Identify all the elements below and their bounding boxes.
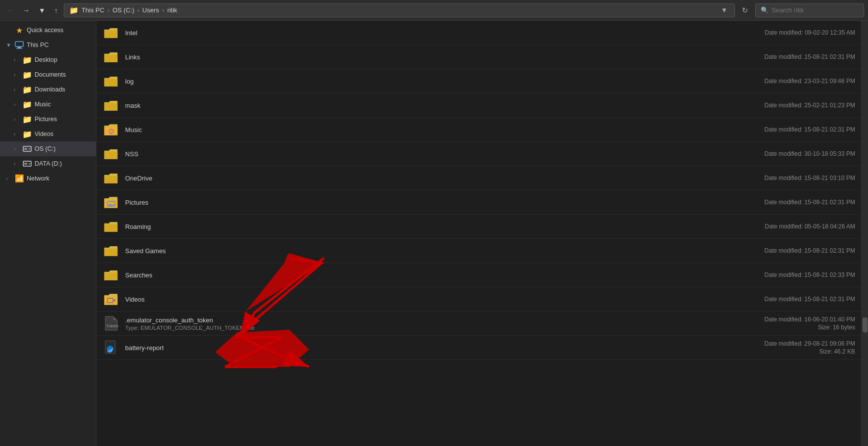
file-icon xyxy=(102,339,120,357)
sidebar-item-downloads[interactable]: › 📁 Downloads xyxy=(0,82,96,97)
file-row[interactable]: battery-report Date modified: 29-08-21 0… xyxy=(96,336,861,360)
chevron-right-icon: › xyxy=(6,176,12,181)
file-row[interactable]: Saved Games Date modified: 15-08-21 02:3… xyxy=(96,239,861,263)
breadcrumb-ritik[interactable]: ritik xyxy=(167,6,177,14)
chevron-right-icon: › xyxy=(14,132,20,137)
breadcrumb-thispc[interactable]: This PC xyxy=(82,6,104,14)
file-size: Size: 16 bytes xyxy=(818,324,855,331)
sidebar-item-label: Documents xyxy=(35,71,66,78)
file-meta: Date modified: 15-08-21 02:31 PM xyxy=(746,199,855,206)
dropdown-button[interactable]: ▼ xyxy=(36,4,48,16)
file-meta: Date modified: 09-02-20 12:35 AM xyxy=(746,29,855,36)
file-icon xyxy=(102,193,120,211)
sidebar-item-label: Pictures xyxy=(35,116,57,123)
file-name: Music xyxy=(125,126,746,134)
sidebar-item-pictures[interactable]: › 📁 Pictures xyxy=(0,112,96,127)
file-row[interactable]: NSS Date modified: 30-10-18 05:33 PM xyxy=(96,142,861,166)
file-name: Saved Games xyxy=(125,247,746,255)
sidebar-item-this-pc[interactable]: ▼ This PC xyxy=(0,38,96,52)
file-meta: Date modified: 05-05-18 04:26 AM xyxy=(746,223,855,230)
breadcrumb-users[interactable]: Users xyxy=(142,6,159,14)
sidebar-item-data-d[interactable]: › DATA (D:) xyxy=(0,156,96,171)
file-meta: Date modified: 25-02-21 01:23 PM xyxy=(746,102,855,109)
file-row[interactable]: TOKEN .emulator_console_auth_token Type:… xyxy=(96,312,861,336)
sidebar: ★ Quick access ▼ This PC › 📁 Desktop › xyxy=(0,21,96,446)
svg-point-8 xyxy=(29,163,30,165)
file-row[interactable]: mask Date modified: 25-02-21 01:23 PM xyxy=(96,93,861,118)
chevron-right-icon: › xyxy=(14,117,20,122)
refresh-button[interactable]: ↻ xyxy=(738,4,752,17)
file-name: Searches xyxy=(125,271,746,279)
file-date: Date modified: 23-03-21 09:46 PM xyxy=(765,78,855,85)
file-name: mask xyxy=(125,102,746,109)
file-icon xyxy=(102,48,120,66)
forward-button[interactable]: → xyxy=(20,4,33,16)
back-button[interactable]: ← xyxy=(4,4,17,16)
sidebar-item-label: Music xyxy=(35,101,51,108)
sidebar-item-quick-access[interactable]: ★ Quick access xyxy=(0,23,96,38)
file-row[interactable]: Intel Date modified: 09-02-20 12:35 AM xyxy=(96,21,861,45)
file-info: Pictures xyxy=(125,199,746,206)
address-dropdown-button[interactable]: ▼ xyxy=(719,5,730,15)
svg-rect-1 xyxy=(17,47,21,48)
file-icon: ♪ xyxy=(102,121,120,138)
svg-rect-4 xyxy=(24,148,27,150)
file-list: Intel Date modified: 09-02-20 12:35 AM L… xyxy=(96,21,861,446)
file-row[interactable]: OneDrive Date modified: 15-08-21 03:10 P… xyxy=(96,166,861,190)
sidebar-item-music[interactable]: › 📁 Music xyxy=(0,97,96,112)
svg-point-5 xyxy=(29,148,30,150)
sidebar-item-os-c[interactable]: › OS (C:) xyxy=(0,141,96,156)
file-row[interactable]: Roaming Date modified: 05-05-18 04:26 AM xyxy=(96,215,861,239)
chevron-right-icon: › xyxy=(14,72,20,78)
file-date: Date modified: 25-02-21 01:23 PM xyxy=(765,102,855,109)
music-folder-icon: 📁 xyxy=(23,100,32,109)
file-name: Videos xyxy=(125,296,746,303)
file-row[interactable]: ♪ Music Date modified: 15-08-21 02:31 PM xyxy=(96,118,861,142)
scrollbar-thumb[interactable] xyxy=(863,317,868,332)
file-size: Size: 46.2 KB xyxy=(819,348,855,355)
file-icon: TOKEN xyxy=(102,314,120,332)
star-icon: ★ xyxy=(15,26,24,35)
file-icon xyxy=(102,96,120,114)
title-bar: ← → ▼ ↑ 📁 This PC › OS (C:) › Users › ri… xyxy=(0,0,868,21)
file-row[interactable]: Searches Date modified: 15-08-21 02:33 P… xyxy=(96,263,861,287)
download-folder-icon: 📁 xyxy=(23,85,32,94)
file-meta: Date modified: 16-06-20 01:40 PMSize: 16… xyxy=(746,316,855,331)
file-name: OneDrive xyxy=(125,175,746,182)
sidebar-item-documents[interactable]: › 📁 Documents xyxy=(0,67,96,82)
file-name: Links xyxy=(125,53,746,61)
file-meta: Date modified: 29-08-21 09:06 PMSize: 46… xyxy=(746,340,855,355)
chevron-right-icon: › xyxy=(14,146,20,152)
file-icon xyxy=(102,218,120,235)
file-name: Roaming xyxy=(125,223,746,230)
chevron-right-icon: › xyxy=(14,161,20,167)
sidebar-item-desktop[interactable]: › 📁 Desktop xyxy=(0,52,96,67)
chevron-down-icon: ▼ xyxy=(6,42,12,48)
file-meta: Date modified: 15-08-21 02:31 PM xyxy=(746,53,855,60)
file-info: Links xyxy=(125,53,746,61)
search-input[interactable] xyxy=(772,6,859,14)
address-bar[interactable]: 📁 This PC › OS (C:) › Users › ritik ▼ xyxy=(64,3,735,17)
file-info: Roaming xyxy=(125,223,746,230)
sidebar-item-label: Network xyxy=(27,175,49,182)
sidebar-item-label: DATA (D:) xyxy=(35,160,62,167)
sidebar-item-label: Videos xyxy=(35,131,53,137)
file-icon xyxy=(102,266,120,284)
file-icon xyxy=(102,24,120,42)
file-row[interactable]: Links Date modified: 15-08-21 02:31 PM xyxy=(96,45,861,69)
file-meta: Date modified: 15-08-21 02:33 PM xyxy=(746,271,855,278)
file-info: mask xyxy=(125,102,746,109)
sidebar-item-label: This PC xyxy=(27,42,48,48)
file-row[interactable]: Pictures Date modified: 15-08-21 02:31 P… xyxy=(96,190,861,215)
file-meta: Date modified: 15-08-21 02:31 PM xyxy=(746,126,855,133)
sidebar-item-label: Downloads xyxy=(35,86,65,93)
scrollbar[interactable] xyxy=(861,21,868,446)
drive-d-icon xyxy=(23,159,32,168)
breadcrumb-osc[interactable]: OS (C:) xyxy=(112,6,134,14)
file-row[interactable]: Videos Date modified: 15-08-21 02:31 PM xyxy=(96,287,861,312)
file-row[interactable]: log Date modified: 23-03-21 09:46 PM xyxy=(96,69,861,93)
sidebar-item-network[interactable]: › 📶 Network xyxy=(0,171,96,186)
up-button[interactable]: ↑ xyxy=(51,4,61,16)
sidebar-item-videos[interactable]: › 📁 Videos xyxy=(0,127,96,141)
folder-icon: 📁 xyxy=(23,70,32,79)
